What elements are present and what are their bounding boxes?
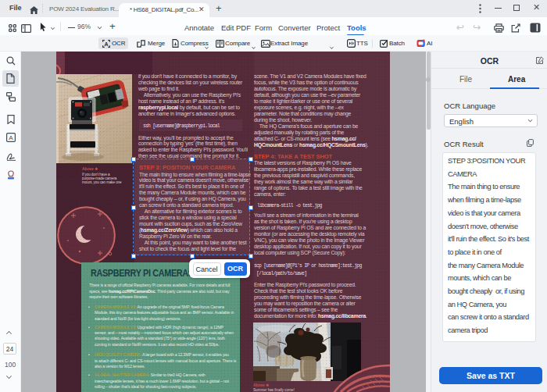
svg-text:A: A: [9, 134, 13, 141]
svg-text:A: A: [104, 41, 108, 47]
